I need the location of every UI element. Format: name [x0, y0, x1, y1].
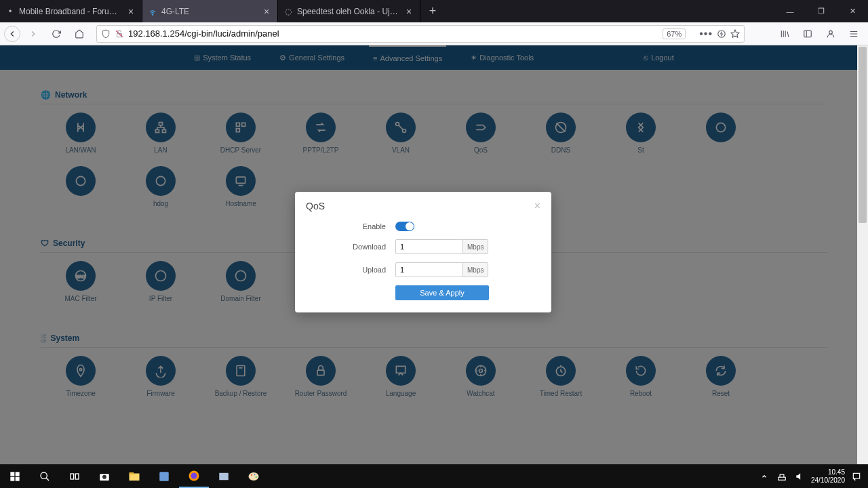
forward-button[interactable]: [23, 24, 43, 44]
svg-point-37: [41, 472, 47, 479]
svg-rect-44: [159, 472, 169, 481]
svg-point-0: [152, 14, 153, 15]
svg-point-50: [254, 473, 255, 474]
svg-point-49: [251, 474, 252, 475]
modal-title: QoS: [306, 201, 325, 211]
download-label: Download: [322, 243, 395, 251]
svg-rect-36: [16, 476, 20, 481]
browser-tab-active[interactable]: 4G-LTE ×: [142, 0, 278, 22]
camera-app[interactable]: [90, 464, 119, 488]
close-icon[interactable]: ×: [261, 6, 272, 17]
explorer-app[interactable]: [119, 464, 149, 488]
bookmark-icon[interactable]: [730, 29, 740, 39]
enable-toggle[interactable]: [395, 222, 414, 231]
upload-label: Upload: [322, 266, 395, 274]
svg-point-5: [829, 30, 833, 34]
taskbar-clock[interactable]: 10.45 24/10/2020: [811, 468, 845, 485]
notifications-icon[interactable]: [850, 470, 863, 483]
firefox-app[interactable]: [179, 464, 209, 488]
browser-toolbar: 192.168.1.254/cgi-bin/luci/admin/panel 6…: [0, 22, 868, 45]
browser-tab[interactable]: • Mobile Broadband - Forum | KA ×: [0, 0, 142, 22]
svg-rect-33: [10, 472, 14, 476]
svg-rect-38: [71, 474, 74, 479]
url-bar[interactable]: 192.168.1.254/cgi-bin/luci/admin/panel 6…: [96, 25, 745, 43]
security-icon[interactable]: [717, 29, 726, 39]
unit-label: Mbps: [463, 239, 488, 254]
tab-title: 4G-LTE: [161, 7, 257, 16]
new-tab-button[interactable]: +: [423, 2, 442, 21]
reload-button[interactable]: [46, 24, 66, 44]
tab-favicon: •: [5, 7, 15, 16]
save-apply-button[interactable]: Save & Apply: [395, 285, 489, 300]
account-icon[interactable]: [821, 24, 841, 44]
enable-label: Enable: [322, 222, 395, 230]
svg-rect-4: [804, 30, 812, 37]
qos-modal: QoS × Enable Download Mbps Upload Mbps: [295, 192, 551, 312]
svg-marker-3: [731, 30, 739, 37]
tray-chevron-icon[interactable]: [758, 470, 770, 483]
svg-rect-39: [75, 474, 79, 479]
zoom-indicator[interactable]: 67%: [663, 28, 686, 39]
library-icon[interactable]: [774, 24, 795, 44]
task-view-button[interactable]: [60, 464, 90, 488]
unit-label: Mbps: [463, 262, 488, 277]
start-button[interactable]: [0, 464, 30, 488]
scrollbar[interactable]: [857, 45, 868, 464]
menu-icon[interactable]: [844, 24, 864, 44]
url-text: 192.168.1.254/cgi-bin/luci/admin/panel: [128, 28, 658, 39]
app-icon2[interactable]: [209, 464, 239, 488]
tab-title: Mobile Broadband - Forum | KA: [19, 7, 121, 16]
browser-tab[interactable]: ◌ Speedtest oleh Ookla - Uji Kece ×: [278, 0, 420, 22]
insecure-icon[interactable]: [115, 29, 124, 39]
download-input[interactable]: [395, 239, 463, 254]
tray-network-icon[interactable]: [776, 470, 788, 483]
svg-point-41: [102, 474, 106, 479]
close-window-button[interactable]: ✕: [837, 0, 868, 22]
svg-rect-53: [853, 473, 859, 479]
minimize-button[interactable]: —: [774, 0, 806, 22]
tab-title: Speedtest oleh Ookla - Uji Kece: [297, 7, 399, 16]
more-icon[interactable]: •••: [699, 28, 713, 40]
svg-rect-34: [16, 472, 20, 476]
scroll-thumb[interactable]: [859, 47, 867, 223]
home-button[interactable]: [69, 24, 90, 44]
taskbar: 10.45 24/10/2020: [0, 464, 868, 488]
svg-rect-47: [219, 472, 229, 480]
app-icon[interactable]: [149, 464, 179, 488]
close-icon[interactable]: ×: [125, 6, 136, 17]
svg-point-46: [191, 472, 197, 479]
svg-rect-42: [130, 473, 140, 481]
shield-icon[interactable]: [101, 29, 111, 39]
back-button[interactable]: [4, 26, 20, 42]
search-button[interactable]: [30, 464, 60, 488]
wifi-icon: [148, 7, 157, 16]
svg-point-51: [256, 476, 257, 477]
svg-rect-43: [130, 472, 134, 474]
tab-favicon: ◌: [283, 7, 293, 16]
tray-volume-icon[interactable]: [793, 470, 806, 483]
svg-rect-52: [778, 477, 786, 480]
svg-point-48: [249, 472, 259, 481]
close-icon[interactable]: ×: [403, 6, 414, 17]
paint-app[interactable]: [239, 464, 269, 488]
browser-tab-strip: • Mobile Broadband - Forum | KA × 4G-LTE…: [0, 0, 868, 22]
svg-rect-35: [10, 476, 14, 481]
upload-input[interactable]: [395, 262, 463, 277]
sidebar-icon[interactable]: [797, 24, 818, 44]
modal-close-button[interactable]: ×: [534, 200, 540, 212]
maximize-button[interactable]: ❐: [806, 0, 837, 22]
